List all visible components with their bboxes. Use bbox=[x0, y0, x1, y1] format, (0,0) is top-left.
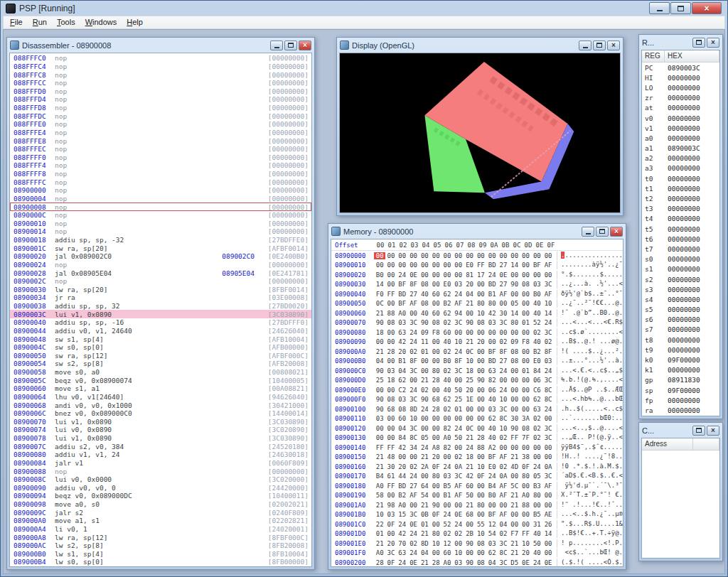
memory-byte[interactable]: 00 bbox=[453, 252, 464, 259]
memory-byte[interactable]: 00 bbox=[542, 502, 554, 509]
memory-byte[interactable]: 00 bbox=[385, 329, 397, 336]
memory-byte[interactable]: 8F bbox=[408, 357, 419, 365]
memory-row[interactable]: 089001905800B2AF5400B1AF5000B0AF21A08000… bbox=[331, 491, 623, 501]
memory-byte[interactable]: 00 bbox=[430, 434, 441, 441]
memory-byte[interactable]: 10 bbox=[542, 300, 554, 307]
register-value[interactable]: 00000000 bbox=[665, 406, 719, 414]
memory-byte[interactable]: B0 bbox=[441, 357, 453, 365]
memory-byte[interactable]: 21 bbox=[464, 502, 476, 509]
memory-byte[interactable]: 90 bbox=[374, 396, 385, 403]
memory-byte[interactable]: 00 bbox=[397, 261, 408, 269]
memory-byte[interactable]: 00 bbox=[430, 549, 441, 556]
memory-byte[interactable]: 42 bbox=[397, 530, 408, 537]
memory-byte[interactable]: 90 bbox=[374, 406, 385, 413]
memory-byte[interactable]: 24 bbox=[408, 549, 419, 556]
memory-byte[interactable]: 02 bbox=[441, 406, 453, 413]
memory-byte[interactable]: 00 bbox=[498, 502, 509, 509]
memory-byte[interactable]: 0E bbox=[498, 271, 509, 279]
memory-byte[interactable]: 00 bbox=[397, 252, 408, 259]
register-value[interactable]: 00000000 bbox=[665, 225, 719, 233]
memory-byte[interactable]: 03 bbox=[374, 415, 385, 422]
memory-byte[interactable]: 00 bbox=[509, 329, 520, 336]
memory-byte[interactable]: 24 bbox=[498, 387, 509, 394]
memory-byte[interactable]: 60 bbox=[430, 291, 441, 298]
memory-byte[interactable]: 00 bbox=[542, 492, 554, 499]
register-value[interactable]: 0890003C bbox=[665, 144, 719, 152]
memory-byte[interactable]: BD bbox=[397, 482, 408, 490]
memory-byte[interactable]: 0F bbox=[430, 463, 441, 470]
memory-byte[interactable]: 90 bbox=[464, 319, 476, 326]
memory-byte[interactable]: 21 bbox=[509, 549, 520, 556]
memory-byte[interactable]: 24 bbox=[542, 367, 554, 374]
memory-byte[interactable]: AF bbox=[542, 291, 554, 298]
memory-byte[interactable]: 02 bbox=[408, 348, 419, 355]
memory-byte[interactable]: 28 bbox=[430, 377, 441, 384]
memory-byte[interactable]: 2A bbox=[419, 463, 430, 470]
memory-byte[interactable]: BF bbox=[531, 261, 542, 269]
memory-byte[interactable]: 00 bbox=[464, 329, 476, 336]
menu-item-windows[interactable]: Windows bbox=[80, 16, 122, 28]
disasm-row[interactable]: 0890008Clui v0, 0x0000[3C020000] bbox=[10, 475, 311, 484]
memory-close-button[interactable]: × bbox=[610, 227, 623, 237]
memory-byte[interactable]: 58 bbox=[374, 492, 385, 499]
memory-byte[interactable]: 14 bbox=[374, 281, 385, 288]
memory-byte[interactable]: 00 bbox=[430, 300, 441, 307]
memory-byte[interactable]: 00 bbox=[542, 271, 554, 279]
memory-byte[interactable]: 10 bbox=[475, 310, 486, 317]
memory-byte[interactable]: 20 bbox=[464, 281, 476, 288]
memory-byte[interactable]: 00 bbox=[453, 415, 464, 422]
memory-byte[interactable]: E0 bbox=[531, 357, 542, 365]
memory-byte[interactable]: 00 bbox=[475, 252, 486, 259]
disasm-row[interactable]: 0890002Cnop[00000000] bbox=[10, 277, 311, 286]
memory-byte[interactable]: 68 bbox=[464, 511, 476, 518]
memory-byte[interactable]: 00 bbox=[453, 377, 464, 384]
memory-byte[interactable]: BD bbox=[397, 291, 408, 298]
memory-byte[interactable]: 00 bbox=[385, 252, 397, 259]
disasm-row[interactable]: 08900048sw s1, sp[4][AFB10004] bbox=[10, 335, 311, 343]
memory-byte[interactable]: 00 bbox=[475, 348, 486, 355]
memory-byte[interactable]: 50 bbox=[453, 434, 464, 441]
memory-byte[interactable]: 00 bbox=[464, 521, 476, 528]
register-row[interactable]: t700000000 bbox=[642, 244, 719, 254]
memory-byte[interactable]: 03 bbox=[397, 319, 408, 326]
memory-byte[interactable]: 00 bbox=[408, 377, 419, 384]
memory-byte[interactable]: 00 bbox=[498, 377, 509, 384]
disasm-row[interactable]: 088FFFD8nop[00000000] bbox=[10, 104, 311, 112]
memory-byte[interactable]: 21 bbox=[419, 530, 430, 537]
memory-byte[interactable]: 02 bbox=[408, 463, 419, 470]
memory-byte[interactable]: 00 bbox=[520, 300, 532, 307]
memory-byte[interactable]: 25 bbox=[464, 377, 476, 384]
memory-byte[interactable]: 00 bbox=[509, 252, 520, 259]
memory-byte[interactable]: 38 bbox=[520, 453, 532, 460]
memory-byte[interactable]: 24 bbox=[453, 521, 464, 528]
memory-byte[interactable]: 00 bbox=[430, 261, 441, 269]
register-value[interactable]: 09F00000 bbox=[665, 387, 719, 394]
disasm-row[interactable]: 08900044addiu v0, v1, 24640[24626040] bbox=[10, 327, 311, 335]
memory-byte[interactable]: B3 bbox=[531, 482, 542, 490]
memory-byte[interactable]: 40 bbox=[486, 434, 498, 441]
disasm-row[interactable]: 08900064lhu v0, v1[24640][94626040] bbox=[10, 393, 311, 401]
registers-header-hex[interactable]: HEX bbox=[665, 50, 719, 63]
memory-byte[interactable]: 00 bbox=[475, 329, 486, 336]
register-row[interactable]: s400000000 bbox=[642, 294, 719, 304]
register-value[interactable]: 00000000 bbox=[665, 164, 719, 172]
memory-byte[interactable]: 00 bbox=[385, 261, 397, 269]
memory-byte[interactable]: 42 bbox=[397, 444, 408, 451]
memory-byte[interactable]: 02 bbox=[498, 530, 509, 537]
callstack-titlebar[interactable]: C... × bbox=[641, 423, 720, 438]
memory-byte[interactable]: 52 bbox=[531, 319, 542, 326]
memory-byte[interactable]: 00 bbox=[475, 492, 486, 499]
memory-byte[interactable]: 27 bbox=[498, 261, 509, 269]
memory-byte[interactable]: 24 bbox=[397, 271, 408, 279]
memory-byte[interactable]: 62 bbox=[441, 291, 453, 298]
register-row[interactable]: s200000000 bbox=[642, 274, 719, 284]
memory-byte[interactable]: 0E bbox=[408, 271, 419, 279]
memory-byte[interactable]: 24 bbox=[408, 329, 419, 336]
memory-byte[interactable]: 00 bbox=[374, 387, 385, 394]
memory-byte[interactable]: B2 bbox=[441, 300, 453, 307]
memory-byte[interactable]: 00 bbox=[520, 348, 532, 355]
memory-byte[interactable]: 01 bbox=[520, 319, 532, 326]
memory-byte[interactable]: 80 bbox=[430, 367, 441, 374]
memory-byte[interactable]: 3C bbox=[498, 540, 509, 547]
memory-byte[interactable]: 28 bbox=[385, 348, 397, 355]
